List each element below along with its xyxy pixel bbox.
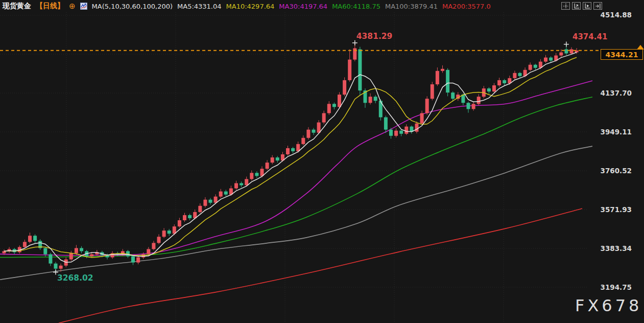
ma10-line bbox=[4, 57, 577, 258]
candle bbox=[389, 130, 393, 136]
ma100-legend: MA100:3879.41 bbox=[385, 3, 438, 10]
candle bbox=[131, 257, 135, 263]
candle bbox=[497, 80, 501, 85]
y-axis-label: 4514.88 bbox=[601, 11, 632, 19]
ma60-legend: MA60:4118.75 bbox=[332, 3, 380, 10]
candle bbox=[214, 197, 218, 203]
candle bbox=[472, 104, 475, 109]
candle bbox=[75, 248, 78, 253]
candle bbox=[147, 249, 150, 254]
candle bbox=[404, 127, 408, 134]
candle bbox=[492, 85, 496, 91]
candle bbox=[90, 254, 93, 256]
candle bbox=[534, 65, 537, 68]
y-axis-label: 3383.34 bbox=[601, 244, 632, 252]
candle bbox=[178, 220, 181, 226]
candle bbox=[162, 230, 166, 237]
y-axis-label: 3194.75 bbox=[601, 283, 632, 291]
candle bbox=[183, 215, 186, 220]
add-indicator-icon[interactable]: ⊕ bbox=[69, 3, 76, 10]
candle bbox=[80, 248, 83, 251]
candle bbox=[54, 264, 58, 269]
ma-group-label: MA(5,10,30,60,100,200) bbox=[92, 3, 173, 10]
y-axis-label: 3571.93 bbox=[601, 205, 632, 214]
candle bbox=[358, 49, 362, 90]
candle bbox=[564, 49, 568, 53]
candle bbox=[353, 48, 356, 59]
candle bbox=[332, 104, 336, 107]
candle bbox=[394, 131, 398, 136]
candle bbox=[441, 69, 444, 71]
candle bbox=[43, 248, 47, 254]
candle bbox=[487, 88, 491, 91]
axis-zoom-icon[interactable] bbox=[572, 2, 581, 10]
detach-icon[interactable] bbox=[593, 2, 602, 10]
candle bbox=[141, 254, 145, 257]
candle bbox=[544, 58, 547, 62]
period-selector[interactable]: 【日线】 bbox=[36, 2, 64, 11]
y-axis-label: 3949.11 bbox=[601, 128, 632, 136]
candle bbox=[348, 60, 351, 80]
candle bbox=[420, 113, 424, 123]
candle bbox=[369, 97, 372, 103]
candle bbox=[157, 237, 161, 243]
candle bbox=[477, 97, 481, 104]
candle bbox=[415, 124, 419, 132]
candle bbox=[306, 130, 310, 138]
chart-window: 现货黄金 【日线】 ⊕ MA(5,10,30,60,100,200) MA5:4… bbox=[0, 0, 644, 323]
current-price-value: 4344.21 bbox=[606, 51, 638, 59]
candle bbox=[374, 97, 377, 101]
candle bbox=[240, 183, 243, 185]
candle bbox=[28, 236, 32, 242]
candle bbox=[322, 113, 326, 122]
candle bbox=[467, 103, 470, 109]
ma200-legend: MA200:3577.0 bbox=[442, 3, 491, 10]
candle bbox=[451, 93, 455, 99]
candle bbox=[425, 99, 429, 113]
candle bbox=[168, 230, 171, 234]
candle bbox=[152, 243, 155, 249]
peak-price-annotation: 4381.29 bbox=[356, 32, 393, 41]
candle bbox=[343, 80, 346, 95]
candle bbox=[188, 215, 192, 218]
chart-header: 现货黄金 【日线】 ⊕ MA(5,10,30,60,100,200) MA5:4… bbox=[3, 2, 491, 11]
candle bbox=[203, 200, 207, 206]
candle bbox=[513, 73, 516, 78]
candle bbox=[23, 242, 27, 247]
pan-icon[interactable] bbox=[561, 2, 570, 10]
candle bbox=[317, 123, 321, 133]
candles-layer bbox=[3, 43, 579, 272]
current-price-tag[interactable]: 4344.21 bbox=[601, 49, 643, 60]
candle bbox=[136, 258, 140, 263]
candle bbox=[327, 104, 331, 113]
candle bbox=[276, 157, 279, 160]
candle bbox=[250, 173, 253, 179]
chart-type-icon[interactable] bbox=[80, 3, 87, 10]
candle bbox=[549, 58, 553, 61]
candle bbox=[291, 148, 295, 151]
symbol-title: 现货黄金 bbox=[3, 2, 31, 11]
candle bbox=[198, 206, 202, 212]
candle bbox=[286, 148, 290, 154]
y-axis-label: 4137.70 bbox=[601, 89, 632, 97]
candle bbox=[529, 65, 532, 70]
candle bbox=[312, 130, 316, 133]
candle bbox=[503, 80, 506, 83]
ma10-legend: MA10:4297.64 bbox=[226, 3, 275, 10]
candle bbox=[436, 71, 439, 84]
candle bbox=[431, 84, 434, 99]
candle bbox=[209, 200, 212, 203]
y-axis-label: 3760.52 bbox=[601, 167, 632, 175]
low-price-annotation: 3268.02 bbox=[57, 273, 93, 283]
candle bbox=[69, 253, 73, 259]
candle bbox=[266, 163, 269, 169]
playback-icon[interactable] bbox=[583, 2, 591, 10]
candle bbox=[518, 73, 522, 76]
candle bbox=[219, 192, 223, 197]
annotation-layer: 4381.293268.02 bbox=[53, 32, 569, 283]
ma5-line bbox=[4, 52, 577, 262]
candle bbox=[446, 70, 449, 93]
ma30-legend: MA30:4197.64 bbox=[279, 3, 327, 10]
candlestick-chart[interactable]: 4381.293268.024514.884137.703949.113760.… bbox=[0, 0, 644, 323]
candle bbox=[570, 49, 574, 53]
